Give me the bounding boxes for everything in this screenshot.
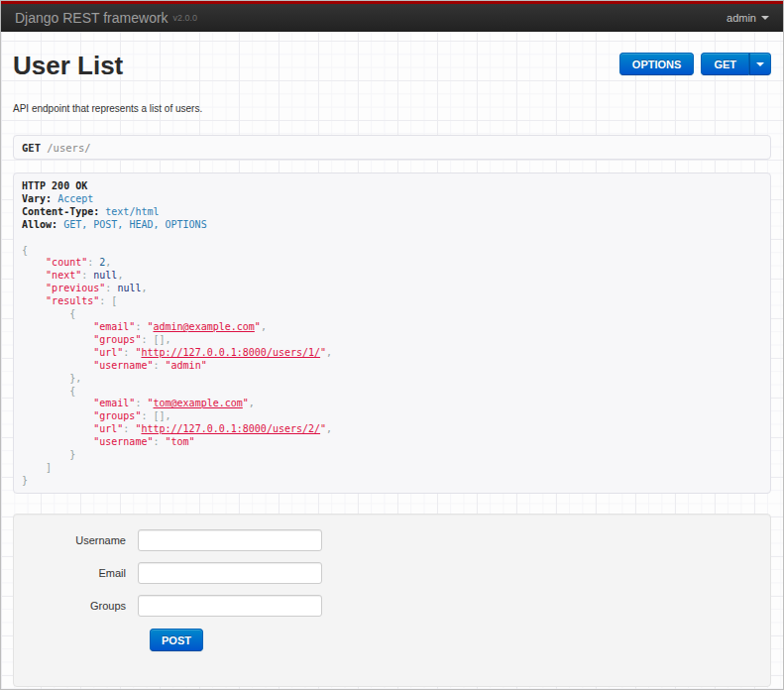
request-method: GET bbox=[22, 142, 41, 154]
form-row-groups: Groups bbox=[14, 595, 770, 617]
browser-page: Django REST framework v2.0.0 admin User … bbox=[0, 0, 784, 690]
form-actions: POST bbox=[150, 629, 770, 651]
response-token bbox=[22, 436, 93, 447]
get-dropdown-toggle[interactable] bbox=[749, 53, 771, 75]
request-path: /users/ bbox=[47, 142, 90, 154]
post-form-well: Username Email Groups POST bbox=[13, 514, 771, 687]
response-token: { bbox=[69, 386, 75, 397]
response-token: Allow: bbox=[22, 219, 57, 230]
response-token: [], bbox=[153, 410, 170, 421]
response-token bbox=[22, 360, 93, 371]
navbar: Django REST framework v2.0.0 admin bbox=[1, 4, 783, 32]
response-token: { bbox=[22, 245, 28, 256]
response-token bbox=[22, 423, 93, 434]
response-token: , bbox=[249, 398, 255, 408]
caret-down-icon bbox=[756, 62, 764, 66]
endpoint-description: API endpoint that represents a list of u… bbox=[13, 103, 771, 114]
main-content: User List OPTIONS GET API endpoint that … bbox=[1, 51, 783, 687]
get-split-button: GET bbox=[701, 53, 771, 75]
response-token: "url" bbox=[93, 423, 123, 434]
response-token: Accept bbox=[57, 193, 93, 204]
response-token: "count" bbox=[46, 257, 87, 268]
response-token: ] bbox=[46, 462, 52, 473]
response-token bbox=[22, 462, 46, 473]
response-token bbox=[22, 270, 46, 281]
username-field[interactable] bbox=[138, 529, 322, 551]
response-token bbox=[22, 410, 93, 421]
page-header: User List OPTIONS GET bbox=[13, 51, 771, 81]
response-token: text/html bbox=[105, 206, 159, 217]
response-token: }, bbox=[69, 373, 81, 384]
response-token: , bbox=[117, 270, 123, 281]
response-body: HTTP 200 OK Vary: Accept Content-Type: t… bbox=[22, 180, 762, 488]
response-token: "username" bbox=[93, 360, 153, 371]
response-token: "groups" bbox=[93, 334, 141, 345]
response-token: "url" bbox=[93, 347, 123, 358]
response-token bbox=[22, 283, 46, 293]
response-token: , bbox=[261, 321, 267, 332]
response-token: [], bbox=[153, 334, 170, 345]
caret-down-icon bbox=[761, 16, 769, 20]
get-button[interactable]: GET bbox=[701, 53, 749, 75]
response-token: , bbox=[326, 347, 332, 358]
response-token bbox=[22, 295, 46, 306]
response-link[interactable]: http://127.0.0.1:8000/users/1/ bbox=[141, 347, 320, 358]
response-token: "admin" bbox=[166, 360, 207, 371]
response-token: { bbox=[69, 308, 75, 319]
response-token bbox=[22, 334, 93, 345]
response-link[interactable]: admin@example.com bbox=[154, 321, 255, 332]
response-token: "username" bbox=[93, 436, 153, 447]
response-token: Content-Type: bbox=[22, 206, 99, 217]
form-row-username: Username bbox=[14, 529, 770, 551]
response-token: Vary: bbox=[22, 193, 52, 204]
username-label: Username bbox=[14, 534, 138, 546]
response-panel: HTTP 200 OK Vary: Accept Content-Type: t… bbox=[13, 172, 771, 494]
response-token bbox=[22, 308, 69, 319]
brand-link[interactable]: Django REST framework bbox=[15, 10, 168, 26]
header-actions: OPTIONS GET bbox=[619, 53, 771, 75]
email-field[interactable] bbox=[138, 562, 322, 584]
response-token: "groups" bbox=[93, 410, 141, 421]
response-token: "results" bbox=[46, 295, 99, 306]
response-link[interactable]: tom@example.com bbox=[154, 398, 243, 408]
response-token bbox=[22, 347, 93, 358]
response-token: "next" bbox=[46, 270, 81, 281]
response-token: "email" bbox=[93, 321, 135, 332]
response-token: HTTP 200 OK bbox=[22, 180, 87, 191]
response-token bbox=[22, 398, 93, 408]
version-label: v2.0.0 bbox=[173, 13, 198, 23]
response-token: , bbox=[141, 283, 147, 293]
response-token: null bbox=[117, 283, 141, 293]
response-token: "tom" bbox=[166, 436, 195, 447]
response-token bbox=[22, 257, 46, 268]
response-token bbox=[22, 321, 93, 332]
response-token: [ bbox=[111, 295, 117, 306]
response-token bbox=[22, 386, 69, 397]
response-token: } bbox=[69, 449, 75, 460]
response-token: "email" bbox=[93, 398, 135, 408]
user-dropdown[interactable]: admin bbox=[727, 12, 769, 24]
response-token: "previous" bbox=[46, 283, 105, 293]
email-label: Email bbox=[14, 567, 138, 579]
request-info-bar: GET /users/ bbox=[13, 135, 771, 160]
response-token: , bbox=[105, 257, 111, 268]
response-token: null bbox=[93, 270, 117, 281]
groups-label: Groups bbox=[14, 600, 138, 612]
groups-field[interactable] bbox=[138, 595, 322, 617]
user-dropdown-label: admin bbox=[727, 12, 756, 24]
response-token: , bbox=[326, 423, 332, 434]
response-token: } bbox=[22, 475, 28, 486]
options-button[interactable]: OPTIONS bbox=[619, 53, 695, 75]
response-token bbox=[22, 373, 69, 384]
post-button[interactable]: POST bbox=[150, 629, 203, 651]
form-row-email: Email bbox=[14, 562, 770, 584]
response-token bbox=[22, 449, 69, 460]
response-token: GET, POST, HEAD, OPTIONS bbox=[63, 219, 207, 230]
response-link[interactable]: http://127.0.0.1:8000/users/2/ bbox=[141, 423, 320, 434]
